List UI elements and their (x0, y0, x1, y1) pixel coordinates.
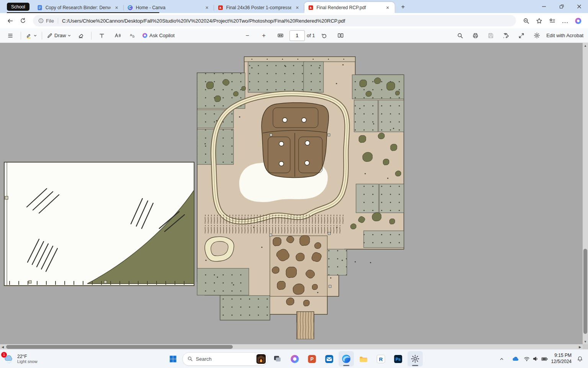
taskbar-search[interactable]: Search (183, 352, 268, 366)
vertical-scroll-thumb[interactable] (583, 249, 587, 334)
read-aloud-button[interactable] (110, 30, 124, 41)
highlight-button[interactable] (24, 30, 39, 41)
start-button[interactable] (165, 351, 181, 366)
url-text: C:/Users/Chloe%20Cannon/Desktop/Fall%20S… (62, 18, 345, 24)
refresh-button[interactable] (17, 15, 29, 27)
horizontal-scroll-thumb[interactable] (6, 345, 233, 349)
file-explorer-icon (359, 354, 369, 364)
tab-close-icon[interactable]: × (294, 4, 301, 11)
translate-icon: a b (129, 32, 136, 39)
tab-research-binder[interactable]: Copy of Research Binder: Denver × (33, 2, 124, 13)
tab-poster-pdf[interactable]: Final 24x36 Poster 1-compressed × (214, 2, 304, 13)
horizontal-scrollbar[interactable]: ◀ ▶ (0, 344, 583, 350)
search-icon (188, 356, 193, 361)
powerpoint-icon: P (307, 354, 317, 364)
toc-menu-button[interactable] (3, 30, 18, 41)
save-as-button[interactable] (499, 30, 513, 41)
scroll-down-arrow[interactable]: ▼ (583, 339, 588, 344)
zoom-out-icon: − (245, 33, 249, 39)
tab-close-icon[interactable]: × (384, 4, 391, 11)
clock-date: 12/5/2024 (551, 359, 572, 365)
ask-copilot-button[interactable]: Ask Copilot (140, 30, 176, 41)
system-tray: 9:15 PM 12/5/2024 (497, 350, 585, 368)
rotate-button[interactable] (317, 30, 332, 41)
wood-deck (297, 312, 314, 339)
favorites-bar-icon (549, 18, 555, 24)
back-button[interactable] (4, 15, 16, 27)
wifi-icon (524, 356, 530, 362)
pdf-favicon-icon (217, 5, 224, 11)
status-icons-group[interactable] (524, 356, 548, 362)
outlook-button[interactable] (322, 351, 337, 366)
clock-time: 9:15 PM (551, 353, 572, 359)
onedrive-button[interactable] (510, 353, 520, 365)
erase-button[interactable] (74, 30, 88, 41)
page-view-button[interactable] (333, 30, 348, 41)
pdf-viewport[interactable]: ▲ ▼ ◀ ▶ (0, 43, 588, 350)
ask-copilot-label: Ask Copilot (149, 33, 175, 38)
search-highlight-thumbnail[interactable] (256, 354, 266, 364)
edit-with-acrobat-button[interactable]: Edit with Acrobat (545, 30, 585, 41)
save-button[interactable] (483, 30, 498, 41)
tab-canva[interactable]: Home - Canva × (124, 2, 214, 13)
save-as-icon (503, 33, 509, 39)
window-controls (535, 0, 588, 13)
settings-app-button[interactable] (408, 351, 423, 366)
tab-close-icon[interactable]: × (113, 4, 120, 11)
favorite-button[interactable] (533, 15, 545, 27)
search-placeholder: Search (196, 356, 253, 362)
zoom-in-icon: + (262, 33, 265, 39)
copilot-app-button[interactable] (287, 351, 302, 366)
zoom-in-button[interactable]: + (256, 30, 271, 41)
restore-button[interactable] (553, 0, 570, 13)
divider (42, 32, 42, 39)
scroll-left-arrow[interactable]: ◀ (0, 344, 5, 350)
settings-more-button[interactable]: … (559, 15, 571, 27)
outlook-icon (324, 354, 334, 364)
pdf-settings-button[interactable] (529, 30, 544, 41)
pdf-toolbar-left: Draw a b (3, 30, 176, 41)
weather-widget[interactable]: 1 22°F Light snow (4, 350, 38, 368)
tab-group-label[interactable]: School (7, 3, 29, 11)
close-button[interactable] (570, 0, 588, 13)
tab-close-icon[interactable]: × (204, 4, 211, 11)
favorites-list-button[interactable] (546, 15, 558, 27)
back-icon (7, 18, 13, 24)
fit-width-button[interactable] (273, 30, 287, 41)
minimize-button[interactable] (535, 0, 553, 13)
zoom-page-button[interactable] (520, 15, 532, 27)
url-field[interactable]: File C:/Users/Chloe%20Cannon/Desktop/Fal… (33, 15, 516, 26)
tray-overflow-button[interactable] (497, 353, 507, 365)
file-scheme-chip[interactable]: File (38, 18, 58, 24)
photoshop-button[interactable]: Ps (390, 351, 406, 366)
task-view-button[interactable] (270, 351, 285, 366)
search-document-button[interactable] (453, 30, 467, 41)
copilot-icon (142, 33, 148, 38)
add-text-button[interactable] (95, 30, 109, 41)
scroll-right-arrow[interactable]: ▶ (577, 344, 583, 350)
pdf-toolbar-center: − + of 1 (240, 30, 348, 41)
translate-button[interactable]: a b (125, 30, 140, 41)
copilot-icon (575, 17, 582, 25)
draw-button[interactable]: Draw (45, 30, 73, 41)
tab-rcp-pdf-active[interactable]: Final Rendered RCP.pdf × (304, 2, 395, 13)
site-plan-drawing (4, 162, 194, 286)
page-number-input[interactable] (289, 30, 305, 41)
print-button[interactable] (468, 30, 483, 41)
vertical-scrollbar[interactable]: ▲ ▼ (583, 43, 588, 344)
copilot-button[interactable] (572, 15, 584, 27)
scroll-up-arrow[interactable]: ▲ (583, 43, 588, 48)
revit-button[interactable]: R (373, 351, 389, 366)
info-icon (38, 18, 44, 23)
draw-label: Draw (54, 33, 66, 38)
taskbar-clock[interactable]: 9:15 PM 12/5/2024 (551, 353, 572, 365)
fullscreen-button[interactable] (514, 30, 529, 41)
browser-window: School Copy of Research Binder: Denver ×… (0, 0, 588, 368)
file-explorer-button[interactable] (356, 351, 371, 366)
notification-center-button[interactable] (575, 353, 585, 365)
copilot-icon (290, 354, 299, 364)
zoom-out-button[interactable]: − (240, 30, 255, 41)
edge-browser-button[interactable] (339, 351, 354, 366)
powerpoint-button[interactable]: P (304, 351, 320, 366)
new-tab-button[interactable]: + (398, 2, 408, 12)
